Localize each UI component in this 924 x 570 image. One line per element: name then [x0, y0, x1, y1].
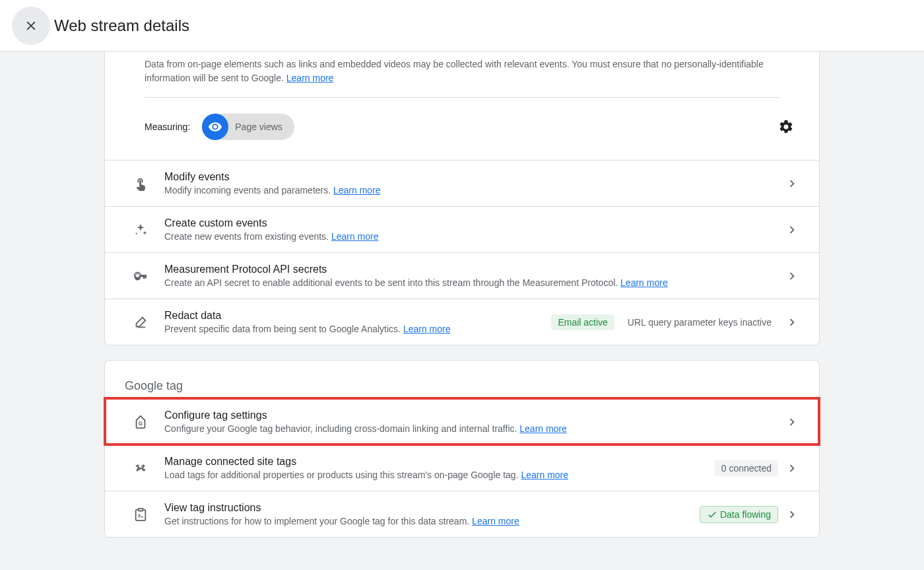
close-icon — [24, 18, 38, 33]
status-badge: 0 connected — [715, 460, 778, 476]
settings-row[interactable]: Manage connected site tagsLoad tags for … — [105, 445, 819, 491]
row-subtitle: Configure your Google tag behavior, incl… — [164, 423, 778, 434]
settings-row[interactable]: View tag instructionsGet instructions fo… — [105, 491, 819, 537]
row-title: View tag instructions — [164, 502, 700, 514]
measuring-pill[interactable]: Page views — [202, 114, 294, 140]
row-title: Manage connected site tags — [164, 456, 715, 468]
measuring-row: Measuring: Page views — [145, 98, 779, 160]
enhanced-learn-more-link[interactable]: Learn more — [286, 73, 334, 83]
row-subtitle: Prevent specific data from being sent to… — [164, 324, 551, 334]
chevron-right-icon — [785, 176, 799, 191]
learn-more-link[interactable]: Learn more — [620, 277, 668, 288]
tag-icon: G — [125, 415, 156, 429]
google-tag-card: Google tag GConfigure tag settingsConfig… — [104, 360, 820, 538]
row-title: Modify events — [164, 171, 778, 183]
settings-row[interactable]: Create custom eventsCreate new events fr… — [105, 206, 819, 252]
enhanced-desc: Data from on-page elements such as links… — [145, 52, 779, 97]
row-title: Measurement Protocol API secrets — [164, 264, 778, 275]
status-badge: Email active — [551, 314, 614, 330]
pill-label: Page views — [235, 122, 282, 132]
chevron-right-icon — [785, 269, 799, 283]
key-icon — [125, 269, 156, 283]
settings-row[interactable]: Measurement Protocol API secretsCreate a… — [105, 252, 819, 299]
settings-row[interactable]: GConfigure tag settingsConfigure your Go… — [105, 398, 819, 445]
svg-rect-6 — [138, 508, 143, 511]
learn-more-link[interactable]: Learn more — [521, 470, 568, 480]
row-subtitle: Get instructions for how to implement yo… — [164, 516, 700, 526]
chevron-right-icon — [785, 223, 799, 237]
chevron-right-icon — [785, 507, 799, 522]
row-subtitle: Create an API secret to enable additiona… — [164, 277, 778, 288]
settings-row[interactable]: Modify eventsModify incoming events and … — [105, 160, 819, 206]
clipboard-icon — [125, 507, 156, 522]
row-title: Redact data — [164, 310, 551, 322]
google-tag-header: Google tag — [105, 361, 819, 398]
close-button[interactable] — [12, 7, 50, 45]
svg-text:G: G — [139, 420, 143, 426]
row-subtitle: Modify incoming events and parameters. L… — [164, 185, 778, 196]
learn-more-link[interactable]: Learn more — [333, 185, 381, 196]
learn-more-link[interactable]: Learn more — [331, 231, 379, 242]
svg-rect-2 — [145, 275, 146, 279]
connect-icon — [125, 461, 156, 476]
row-title: Configure tag settings — [164, 410, 778, 421]
svg-point-5 — [140, 467, 142, 469]
measuring-label: Measuring: — [145, 122, 190, 132]
learn-more-link[interactable]: Learn more — [519, 423, 567, 434]
chevron-right-icon — [785, 461, 799, 476]
status-badge: Data flowing — [700, 506, 778, 523]
settings-row[interactable]: Redact dataPrevent specific data from be… — [105, 299, 819, 345]
chevron-right-icon — [785, 315, 799, 330]
settings-button[interactable] — [773, 114, 799, 140]
page-title: Web stream details — [54, 17, 189, 35]
status-badge: URL query parameter keys inactive — [621, 314, 778, 330]
row-subtitle: Create new events from existing events. … — [164, 231, 778, 242]
learn-more-link[interactable]: Learn more — [403, 324, 451, 334]
enhanced-measurement-card: Data from on-page elements such as links… — [104, 52, 820, 345]
row-title: Create custom events — [164, 217, 778, 229]
sparkle-icon — [125, 223, 156, 237]
chevron-right-icon — [785, 415, 799, 429]
gear-icon — [778, 119, 794, 135]
svg-rect-3 — [143, 275, 144, 277]
touch-icon — [125, 176, 156, 191]
eraser-icon — [125, 315, 156, 330]
row-subtitle: Load tags for additional properties or p… — [164, 470, 715, 480]
eye-icon — [202, 114, 228, 140]
learn-more-link[interactable]: Learn more — [472, 516, 519, 526]
dialog-header: Web stream details — [0, 0, 924, 52]
